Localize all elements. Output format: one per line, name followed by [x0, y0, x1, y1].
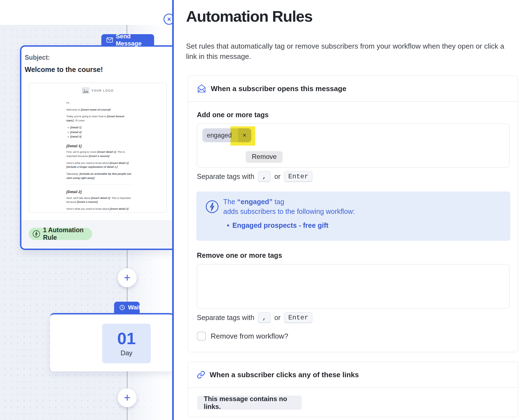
comma-keycap: , — [258, 171, 271, 182]
wait-badge-label: Wait — [128, 304, 141, 311]
automation-rules-panel: Automation Rules Set rules that automati… — [174, 0, 522, 420]
preview-line: Hi , — [66, 101, 132, 105]
send-message-badge[interactable]: Send Message — [101, 34, 154, 46]
add-tags-label: Add one or more tags — [197, 111, 268, 119]
preview-line: Here's what you need to know about [inse… — [66, 161, 132, 169]
separator-or-text: or — [274, 314, 280, 322]
wait-node-card[interactable]: 01 Day — [50, 313, 174, 371]
preview-line: Today you're going to learn how to [inse… — [66, 114, 132, 122]
enter-keycap: Enter — [284, 312, 312, 323]
workflow-bullet-item: Engaged prospects - free gift — [223, 221, 355, 230]
preview-line: Welcome to [insert name of course]! — [66, 108, 132, 112]
workflow-info-text: The “engaged” tag adds subscribers to th… — [223, 197, 355, 230]
panel-divider — [172, 0, 174, 420]
preview-line: [Detail 2] — [70, 130, 132, 134]
lightning-circle-icon — [32, 230, 40, 238]
email-preview-body: Hi ,Welcome to [insert name of course]!T… — [66, 101, 132, 211]
open-message-section: When a subscriber opens this message Add… — [188, 76, 518, 352]
remove-tags-input[interactable] — [197, 264, 510, 309]
automation-rule-badge[interactable]: 1 Automation Rule — [29, 228, 92, 240]
workflow-info-box: The “engaged” tag adds subscribers to th… — [196, 191, 510, 241]
canvas-top-strip — [0, 0, 172, 25]
email-logo-text: YOUR LOGO — [91, 89, 114, 92]
link-icon — [197, 371, 205, 379]
preview-line: [Detail 2] — [66, 189, 132, 195]
send-message-badge-label: Send Message — [116, 33, 149, 47]
tag-separator-hint: Separate tags with , or Enter — [197, 171, 312, 182]
info-line-1: The “engaged” tag — [223, 197, 355, 207]
click-links-section-header: When a subscriber clicks any of these li… — [188, 362, 518, 388]
remove-from-workflow-label: Remove from workflow? — [211, 332, 288, 341]
remove-from-workflow-row: Remove from workflow? — [197, 332, 288, 341]
wait-duration-value: 01 — [117, 330, 136, 347]
preview-line: [Detail 1] — [70, 126, 132, 130]
info-suffix: tag — [275, 198, 284, 206]
no-links-message: This message contains no links. — [197, 396, 302, 410]
add-step-button[interactable]: + — [118, 268, 137, 287]
separator-hint-text: Separate tags with — [197, 172, 254, 181]
image-placeholder-icon — [82, 88, 89, 94]
separator-hint-text: Separate tags with — [197, 314, 254, 322]
add-step-button[interactable]: + — [118, 388, 137, 407]
plus-icon: + — [124, 392, 131, 404]
close-icon: ✕ — [167, 16, 171, 22]
info-prefix: The — [223, 198, 235, 206]
page-description: Set rules that automatically tag or remo… — [186, 41, 515, 62]
bullet-dot — [227, 224, 229, 226]
click-links-section-title: When a subscriber clicks any of these li… — [210, 371, 359, 379]
subject-value: Welcome to the course! — [25, 66, 103, 74]
envelope-open-icon — [197, 84, 206, 93]
email-logo-row: YOUR LOGO — [29, 88, 166, 94]
info-tag-name: “engaged” — [237, 198, 273, 206]
preview-line: First, we're going to cover [insert deta… — [66, 150, 132, 158]
info-line-2: adds subscribers to the following workfl… — [223, 207, 355, 216]
click-highlight-overlay — [230, 126, 255, 146]
workflow-link[interactable]: Engaged prospects - free gift — [232, 221, 328, 230]
preview-line: Takeaway: [Include an actionable tip tha… — [66, 172, 132, 180]
clock-icon — [119, 304, 125, 311]
envelope-icon — [106, 37, 113, 43]
wait-badge[interactable]: Wait — [114, 302, 140, 313]
remove-tags-label: Remove one or more tags — [197, 251, 282, 259]
preview-line: Here's what you need to know about [inse… — [66, 207, 132, 211]
plus-icon: + — [124, 272, 131, 284]
preview-line: Next, we'll talk about [insert detail 2]… — [66, 196, 132, 204]
enter-keycap: Enter — [284, 171, 312, 182]
preview-divider — [66, 184, 132, 185]
tag-separator-hint: Separate tags with , or Enter — [197, 312, 312, 323]
send-message-node-card[interactable]: Subject: Welcome to the course! YOUR LOG… — [20, 45, 174, 250]
automation-rules-screen: Send Message Subject: Welcome to the cou… — [0, 0, 522, 420]
node-card-footer: 1 Automation Rule — [21, 220, 174, 249]
wait-duration-unit: Day — [121, 349, 132, 357]
open-message-section-header: When a subscriber opens this message — [188, 76, 518, 102]
email-preview[interactable]: YOUR LOGO Hi ,Welcome to [insert name of… — [29, 83, 167, 212]
remove-from-workflow-checkbox[interactable] — [197, 332, 206, 341]
lightning-circle-icon — [205, 200, 219, 213]
wait-duration-box: 01 Day — [102, 324, 151, 363]
comma-keycap: , — [258, 312, 271, 323]
automation-rule-badge-label: 1 Automation Rule — [43, 226, 88, 241]
add-tags-input[interactable]: engaged × Remove — [197, 124, 510, 168]
separator-or-text: or — [274, 172, 280, 181]
preview-line: [Detail 3] — [70, 135, 132, 139]
click-links-section: When a subscriber clicks any of these li… — [188, 362, 518, 417]
remove-tooltip: Remove — [246, 151, 282, 162]
subject-label: Subject: — [25, 54, 50, 61]
open-message-section-title: When a subscriber opens this message — [211, 84, 346, 93]
preview-line: [Detail 1] — [66, 143, 132, 149]
page-title: Automation Rules — [186, 7, 312, 25]
